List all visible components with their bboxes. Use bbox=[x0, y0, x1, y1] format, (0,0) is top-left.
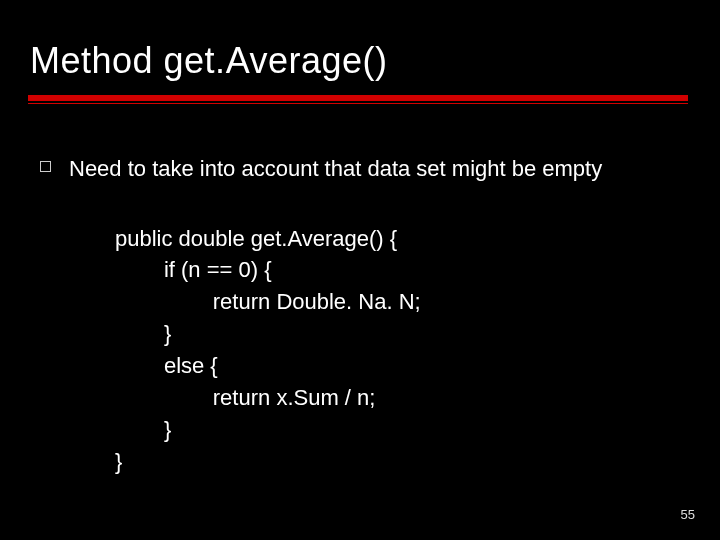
slide-body: Need to take into account that data set … bbox=[40, 155, 690, 478]
code-line: } bbox=[115, 321, 171, 346]
code-line: else { bbox=[115, 353, 218, 378]
square-bullet-icon bbox=[40, 161, 51, 172]
code-line: } bbox=[115, 417, 171, 442]
underline-thick bbox=[28, 95, 688, 101]
slide-title: Method get.Average() bbox=[30, 40, 388, 82]
code-line: return x.Sum / n; bbox=[115, 385, 375, 410]
code-line: if (n == 0) { bbox=[115, 257, 272, 282]
title-underline bbox=[28, 95, 688, 105]
slide: Method get.Average() Need to take into a… bbox=[0, 0, 720, 540]
code-line: } bbox=[115, 449, 122, 474]
bullet-item: Need to take into account that data set … bbox=[40, 155, 690, 183]
bullet-text: Need to take into account that data set … bbox=[69, 155, 602, 183]
code-block: public double get.Average() { if (n == 0… bbox=[115, 223, 690, 478]
underline-thin bbox=[28, 103, 688, 104]
page-number: 55 bbox=[681, 507, 695, 522]
code-line: public double get.Average() { bbox=[115, 226, 397, 251]
code-line: return Double. Na. N; bbox=[115, 289, 421, 314]
